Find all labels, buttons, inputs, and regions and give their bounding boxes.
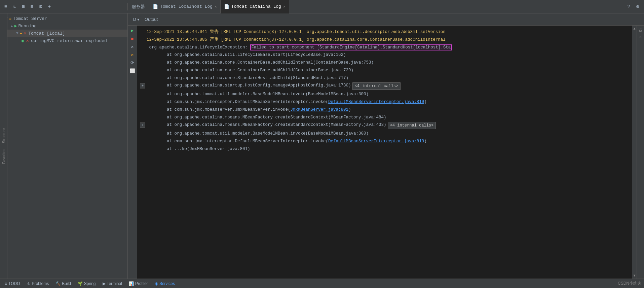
expand-button[interactable]: + [140,122,145,128]
log-text: at org.apache.catalina.mbeans.MBeanFacto… [147,114,386,121]
spring-label: Spring [84,281,96,286]
log-text: 12-Sep-2021 13:56:44.885 严重 [RMI TCP Con… [147,37,446,43]
catalina-log-tab[interactable]: 📄 Tomcat Catalina Log ✕ [221,0,289,13]
toolbar-btn-settings[interactable]: ⊠ [37,3,44,10]
output-toolbar: D ▾ Output [128,13,644,26]
toolbar-tabs: 服务器 📄 Tomcat Localhost Log ✕ 📄 Tomcat Ca… [128,0,622,13]
close-button[interactable]: ✕ [129,43,136,50]
log-line: at com.sun.jmx.interceptor.DefaultMBeanS… [137,98,632,106]
localhost-log-icon: 📄 [153,4,158,9]
structure-vtab[interactable]: Structure [1,125,7,146]
log-text: org.apache.catalina.LifecycleException: … [147,44,452,51]
catalina-log-label: Tomcat Catalina Log [231,4,281,9]
log-output[interactable]: 12-Sep-2021 13:56:44.041 警告 [RMI TCP Con… [137,26,632,279]
problems-icon: ⚠ [27,281,30,286]
todo-label: TODO [8,281,20,286]
log-text: at com.sun.jmx.interceptor.DefaultMBeanS… [147,138,427,145]
toolbar-btn-refresh[interactable]: ≡ [2,3,9,10]
services-tree: ▼ ☕ Tomcat Server ▶ ▶ Running ▼ ✦ ✕ Tomc… [0,13,127,279]
localhost-log-label: Tomcat Localhost Log [160,4,213,9]
expand-button[interactable]: + [140,83,145,88]
scroll-up-btn[interactable]: ▲ [632,26,637,31]
side-actions: ▶ ■ ✕ ↺ ⟳ ⬜ [128,26,137,279]
toolbar-btn-add[interactable]: + [46,3,53,10]
build-icon: 🔨 [55,281,61,286]
deploy-button[interactable]: ⬜ [129,67,136,75]
war-exploded-label: springMVC-return:war exploded [31,38,107,43]
far-right-panel: 🖨 ✕ [637,26,644,279]
link-text[interactable]: DefaultMBeanServerInterceptor.java:819 [328,139,424,144]
running-arrow-icon: ▶ [11,24,13,28]
toolbar-left: ≡ ⇅ ⊞ ⊟ ⊠ + [0,3,128,10]
server-tab-label: 服务器 [132,4,145,10]
toolbar-btn-filter[interactable]: ⊞ [20,3,27,10]
log-line: at ...ke(JmxMBeanServer.java:801) [137,145,632,153]
catalina-log-icon: 📄 [224,4,229,9]
tomcat-local-arrow-icon: ▼ [16,31,18,35]
toolbar-btn-sort[interactable]: ⇅ [11,3,18,10]
war-run-icon: ◉ [22,38,24,43]
log-text: at org.apache.catalina.startup.HostConfi… [147,82,351,89]
localhost-log-close[interactable]: ✕ [215,4,217,9]
catalina-log-close[interactable]: ✕ [283,4,286,9]
help-icon[interactable]: ? [625,3,633,10]
error-badge-icon: ✕ [24,31,26,36]
log-line: at com.sun.jmx.mbeanserver.JmxMBeanServe… [137,106,632,114]
spring-status-item[interactable]: 🌱 Spring [76,281,98,287]
right-panel: D ▾ Output ▶ ■ ✕ ↺ ⟳ ⬜ 12-Sep-2021 13:56… [128,13,644,279]
settings-icon[interactable]: ⚙ [634,3,641,10]
toolbar-btn-group[interactable]: ⊟ [28,3,36,10]
server-tab[interactable]: 服务器 [128,0,149,13]
internal-calls-badge[interactable]: <4 internal calls> [388,122,436,129]
running-label: Running [18,24,37,29]
services-panel: ▼ ☕ Tomcat Server ▶ ▶ Running ▼ ✦ ✕ Tomc… [0,13,128,279]
internal-calls-badge[interactable]: <4 internal calls> [352,82,401,90]
services-label: Services [159,281,175,286]
log-text: at org.apache.catalina.core.ContainerBas… [147,60,374,66]
profiler-label: Profiler [135,281,148,286]
clear-icon[interactable]: ✕ [638,34,644,40]
restart-button[interactable]: ↺ [129,51,136,59]
localhost-log-tab[interactable]: 📄 Tomcat Localhost Log ✕ [149,0,221,13]
stop-button[interactable]: ■ [129,35,136,42]
run-button[interactable]: ▶ [129,27,136,34]
log-line: 12-Sep-2021 13:56:44.041 警告 [RMI TCP Con… [137,28,632,36]
problems-status-item[interactable]: ⚠ Problems [25,281,51,287]
link-text[interactable]: DefaultMBeanServerInterceptor.java:819 [328,100,424,104]
profiler-status-item[interactable]: 📊 Profiler [127,281,150,287]
build-status-item[interactable]: 🔨 Build [53,281,73,287]
log-line: + at org.apache.catalina.startup.HostCon… [137,82,632,91]
problems-label: Problems [32,281,49,286]
spring-icon: 🌱 [78,281,83,286]
main-content: ▼ ☕ Tomcat Server ▶ ▶ Running ▼ ✦ ✕ Tomc… [0,13,644,279]
tomcat-local-icon: ✦ [20,31,23,36]
services-icon: ◉ [155,281,158,286]
profiler-icon: 📊 [129,281,134,286]
running-icon: ▶ [14,23,17,29]
link-text[interactable]: JmxMBeanServer.java:801 [291,107,349,112]
tree-war-exploded[interactable]: ◉ ✕ springMVC-return:war exploded [0,37,127,44]
log-text: 12-Sep-2021 13:56:44.041 警告 [RMI TCP Con… [147,29,446,35]
log-text: at com.sun.jmx.interceptor.DefaultMBeanS… [147,99,427,105]
print-icon[interactable]: 🖨 [638,27,644,33]
tree-tomcat-server[interactable]: ▼ ☕ Tomcat Server [0,15,127,22]
scroll-down-btn[interactable]: ▼ [632,273,637,278]
favorites-vtab[interactable]: Favorites [1,146,7,167]
log-text: at org.apache.catalina.core.StandardHost… [147,75,348,81]
content-with-side: ▶ ■ ✕ ↺ ⟳ ⬜ 12-Sep-2021 13:56:44.041 警告 … [128,26,644,279]
services-status-item[interactable]: ◉ Services [153,281,177,287]
todo-status-item[interactable]: ≡ TODO [3,281,22,287]
log-line: at org.apache.catalina.util.LifecycleBas… [137,51,632,59]
right-scrollbar: ▲ ▼ [632,26,637,279]
log-line: at org.apache.tomcat.util.modeler.BaseMo… [137,91,632,98]
tree-tomcat-local[interactable]: ▼ ✦ ✕ Tomcat [local] [0,30,127,37]
log-line: at org.apache.catalina.core.ContainerBas… [137,59,632,67]
status-bar: ≡ TODO ⚠ Problems 🔨 Build 🌱 Spring ▶ Ter… [0,279,644,288]
refresh-button[interactable]: ⟳ [129,59,136,67]
log-line: 12-Sep-2021 13:56:44.885 严重 [RMI TCP Con… [137,36,632,44]
war-error-icon: ✕ [26,38,29,43]
terminal-status-item[interactable]: ▶ Terminal [101,281,124,287]
d-label[interactable]: D ▾ [131,16,141,23]
log-line: at com.sun.jmx.interceptor.DefaultMBeanS… [137,138,632,145]
tree-running[interactable]: ▶ ▶ Running [0,22,127,30]
